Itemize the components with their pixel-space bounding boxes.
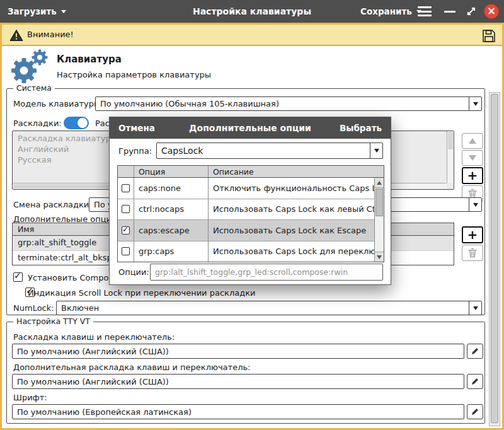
pencil-icon [471,407,479,416]
numlock-label: NumLock: [13,303,54,313]
option-checkbox[interactable] [122,205,130,213]
save-file-icon[interactable] [480,27,497,44]
group-label: Группа: [118,146,152,156]
save-menu-label: Сохранить [360,6,412,16]
pencil-icon [471,377,479,386]
option-checkbox[interactable] [122,247,130,255]
option-name: ctrl:nocaps [134,199,209,220]
tty-group: Настройка TTY VT Раскладка клавиш и пере… [6,322,485,424]
scroll-up-button[interactable] [375,178,384,188]
move-up-button[interactable] [462,133,483,149]
checkbox-cell [118,220,134,241]
layout-switch-label: Смена раскладки: [13,200,92,209]
options-label: Опции: [118,267,149,277]
numlock-value: Включен [57,303,469,313]
modal-table-header: Опция Описание [118,166,384,178]
system-group-legend: Система [13,83,55,93]
option-description: Использовать Caps Lock для переключения [209,241,374,262]
chevron-down-icon [469,301,481,315]
tty-layout-field[interactable]: По умолчанию (Английский (США)) [12,344,464,359]
move-down-button[interactable] [462,150,483,166]
modal-options-table: Опция Описание caps:none Отключить функц… [117,165,384,262]
tty-alt-layout-label: Дополнительная раскладка клавиш и перекл… [13,363,250,372]
warning-text: Внимание! [27,30,74,39]
tty-alt-layout-field[interactable]: По умолчанию (Английский (США)) [12,374,464,389]
description-column-header: Описание [209,166,384,177]
scroll-lock-checkbox-label: Индикация Scroll Lock при переключении р… [28,288,255,298]
titlebar: Загрузить Настройка клавиатуры Сохранить [0,0,504,23]
checkbox-cell [118,178,134,199]
table-row[interactable]: caps:none Отключить функциональность Cap… [118,178,374,199]
option-checkbox[interactable] [122,184,130,192]
minimize-icon[interactable] [444,11,455,13]
table-row[interactable]: caps:escape Использовать Caps Lock как E… [118,220,374,241]
scroll-down-button[interactable] [375,252,384,262]
compose-checkbox-label: Установить Compose [28,273,118,282]
arrow-up-icon [377,181,382,185]
tty-font-label: Шрифт: [13,393,47,402]
arrow-down-icon [469,155,476,161]
arrow-up-icon [469,138,476,144]
chevron-down-icon [469,198,481,211]
layouts-label: Раскладки: [13,119,62,128]
scrollbar-thumb[interactable] [375,189,383,216]
edit-tty-layout-button[interactable] [467,344,483,359]
plus-icon: + [467,228,478,241]
checkbox-column-header [118,166,134,177]
fullscreen-icon[interactable] [466,6,477,17]
group-select[interactable]: CapsLock [156,142,383,159]
select-button[interactable]: Выбрать [340,117,382,139]
dialog-header: Отмена Дополнительные опции Выбрать [110,117,391,139]
delete-option-button[interactable] [462,245,483,261]
keyboard-gears-icon [8,48,49,86]
keyboard-model-value: По умолчанию (Обычная 105-клавишная) [96,99,469,108]
table-row[interactable]: grp:caps Использовать Caps Lock для пере… [118,241,374,262]
extra-options-dialog: Отмена Дополнительные опции Выбрать Груп… [109,117,391,285]
option-description: Использовать Caps Lock как левый Ctrl [209,199,374,220]
listbox-vertical-scrollbar[interactable] [447,131,454,183]
keyboard-settings-window: Загрузить Настройка клавиатуры Сохранить [0,0,504,430]
option-name: caps:none [134,178,209,199]
modal-table-scrollbar [374,178,384,262]
modal-table-rows: caps:none Отключить функциональность Cap… [118,178,374,262]
tty-layout-label: Раскладка клавиш и переключатель: [13,332,175,342]
options-input[interactable]: grp:lalt_lshift_toggle,grp_led:scroll,co… [150,264,383,281]
option-name: grp:caps [134,241,209,262]
warning-icon [9,29,23,44]
trash-icon [468,248,477,258]
tty-font-field[interactable]: По умолчанию (Европейская латинская) [12,404,464,419]
option-description: Отключить функциональность Caps Lock [209,178,374,199]
option-name: caps:escape [134,220,209,241]
checkbox-cell [118,199,134,220]
chevron-down-icon [370,143,382,158]
menu-icon[interactable] [418,6,432,16]
add-layout-button[interactable]: + [462,167,483,184]
add-option-button[interactable]: + [462,226,483,243]
keyboard-model-select[interactable]: По умолчанию (Обычная 105-клавишная) [95,96,482,111]
option-column-header: Опция [134,166,209,177]
table-row[interactable]: ctrl:nocaps Использовать Caps Lock как л… [118,199,374,221]
chevron-down-icon [469,97,481,110]
option-description: Использовать Caps Lock как Escape [209,220,374,241]
page-subtitle: Настройка параметров клавиатуры [57,70,211,79]
option-checkbox[interactable] [122,226,130,235]
model-label: Модель клавиатуры: [13,99,103,108]
edit-tty-font-button[interactable] [467,404,483,419]
warning-bar: Внимание! [2,25,502,46]
numlock-select[interactable]: Включен [56,301,482,315]
scrollbar-track[interactable] [375,188,384,252]
arrow-down-icon [377,255,382,259]
main-vertical-scrollbar[interactable] [489,92,500,426]
pencil-icon [471,347,479,356]
save-menu-button[interactable]: Сохранить [360,0,421,23]
scrollbar-thumb[interactable] [491,94,498,423]
layouts-toggle[interactable] [64,117,89,129]
checkbox-cell [118,241,134,262]
edit-tty-alt-layout-button[interactable] [467,374,483,389]
plus-icon: + [467,169,478,182]
tty-group-legend: Настройка TTY VT [13,317,93,326]
page-title: Клавиатура [57,54,122,65]
compose-checkbox[interactable] [13,272,23,282]
close-icon[interactable] [484,4,499,19]
group-value: CapsLock [157,146,370,156]
